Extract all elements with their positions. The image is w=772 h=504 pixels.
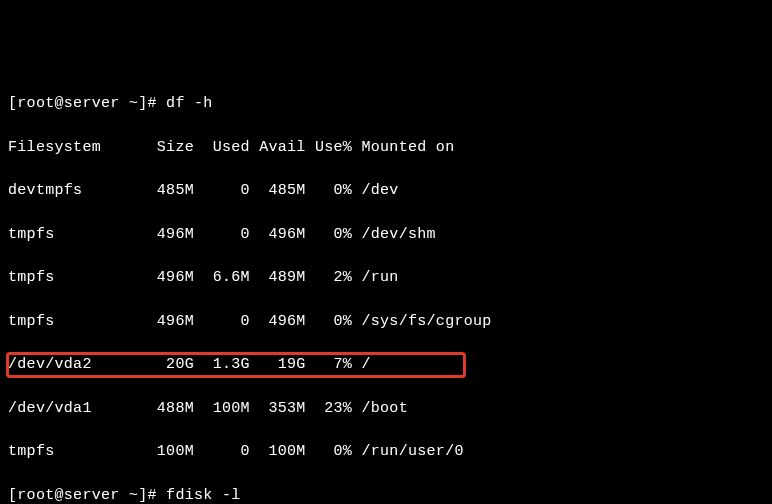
df-header: Filesystem Size Used Avail Use% Mounted … [8,137,764,159]
df-row-highlighted: /dev/vda2 20G 1.3G 19G 7% / [8,354,764,376]
df-row: tmpfs 100M 0 100M 0% /run/user/0 [8,441,764,463]
prompt-df: [root@server ~]# df -h [8,93,764,115]
prompt-fdisk: [root@server ~]# fdisk -l [8,485,764,505]
df-row: /dev/vda1 488M 100M 353M 23% /boot [8,398,764,420]
df-row: tmpfs 496M 0 496M 0% /sys/fs/cgroup [8,311,764,333]
df-row: tmpfs 496M 0 496M 0% /dev/shm [8,224,764,246]
df-row-text: /dev/vda2 20G 1.3G 19G 7% / [8,356,371,373]
df-row: tmpfs 496M 6.6M 489M 2% /run [8,267,764,289]
df-row: devtmpfs 485M 0 485M 0% /dev [8,180,764,202]
